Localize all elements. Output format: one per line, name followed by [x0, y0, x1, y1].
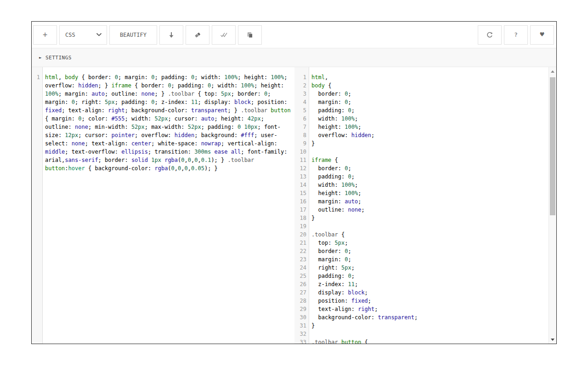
code-token: : — [371, 314, 378, 321]
code-token: hidden — [78, 82, 98, 89]
line-number: 22 — [294, 247, 309, 255]
beautify-button[interactable]: BEAUTIFY — [109, 25, 157, 45]
line-number: 18 — [294, 214, 309, 222]
code-token: none — [75, 124, 88, 130]
code-token: padding — [178, 82, 201, 89]
code-token: ; — [211, 82, 217, 89]
code-token — [311, 289, 318, 296]
line-number: 3 — [294, 90, 309, 98]
code-token: 0 — [181, 157, 184, 163]
code-token: : — [341, 281, 348, 288]
code-token: ; — [365, 289, 368, 296]
code-token: hover — [68, 165, 85, 172]
code-token: padding — [208, 124, 231, 130]
code-token: : — [345, 132, 351, 138]
code-token: 42px — [248, 115, 261, 122]
code-token: iframe — [112, 82, 131, 89]
code-token — [311, 173, 318, 180]
result-code-area[interactable]: 1html,2body {3 border: 0;4 margin: 0;5 p… — [294, 67, 548, 344]
code-token: 5px — [221, 91, 231, 97]
code-token: : — [85, 91, 91, 97]
code-token — [311, 248, 318, 254]
code-token: ; — [414, 314, 418, 321]
code-token: min-width — [95, 124, 124, 130]
download-button[interactable] — [159, 25, 183, 45]
code-token: auto — [91, 91, 105, 97]
code-token: width — [201, 74, 218, 80]
code-token: ; — [348, 99, 351, 105]
code-token: overflow — [141, 132, 168, 138]
line-number: 14 — [294, 181, 309, 189]
line-number: 33 — [294, 338, 309, 344]
code-line: 14 width: 100%; — [294, 181, 548, 189]
code-token: body — [65, 74, 78, 80]
code-token: right — [82, 99, 98, 105]
code-token: } — [311, 215, 315, 221]
down-arrow-icon — [551, 339, 554, 341]
code-token: 100% — [45, 91, 58, 97]
code-token: ; — [348, 256, 351, 263]
result-code-text: outline: none; — [309, 206, 548, 214]
heart-icon: ♥ — [540, 31, 544, 38]
code-token: : — [194, 140, 201, 147]
code-token: height — [244, 74, 264, 80]
result-editor[interactable]: 1html,2body {3 border: 0;4 margin: 0;5 p… — [294, 67, 548, 344]
code-token: : — [338, 91, 345, 97]
code-token: hidden — [351, 132, 371, 138]
help-button[interactable]: ? — [504, 25, 528, 45]
scroll-thumb[interactable] — [550, 77, 555, 215]
code-token: 300ms — [194, 149, 211, 155]
source-editor[interactable]: 1 html, body { border: 0; margin: 0; pad… — [32, 67, 294, 344]
code-token: rgba — [164, 157, 178, 163]
code-token: ; — [368, 298, 371, 304]
scroll-down-button[interactable] — [549, 336, 556, 343]
code-token: : — [168, 132, 174, 138]
code-line: 25 padding: 0; — [294, 272, 548, 280]
code-token: : — [338, 124, 345, 130]
code-token: 100% — [345, 190, 358, 196]
code-token: : — [338, 99, 345, 105]
code-token: : — [234, 82, 241, 89]
copy-button[interactable] — [238, 25, 262, 45]
code-token: ( — [168, 165, 171, 172]
line-number: 11 — [294, 156, 309, 164]
result-code-text: right: 5px; — [309, 264, 548, 272]
refresh-button[interactable] — [478, 25, 502, 45]
validate-button[interactable] — [212, 25, 236, 45]
code-token: z-index — [318, 281, 341, 288]
result-code-text: iframe { — [309, 156, 548, 164]
scroll-up-button[interactable] — [549, 68, 556, 75]
code-token: ellipsis — [121, 149, 148, 155]
code-token: margin — [318, 198, 338, 205]
settings-bar[interactable]: ► SETTINGS — [32, 48, 556, 67]
code-token — [311, 240, 318, 246]
code-token: 0 — [171, 165, 175, 172]
add-button[interactable]: + — [33, 25, 57, 45]
code-token: 0 10px — [237, 124, 257, 130]
favorite-button[interactable]: ♥ — [530, 25, 554, 45]
code-token: auto — [201, 115, 215, 122]
code-token — [311, 124, 318, 130]
source-code-area[interactable]: 1 html, body { border: 0; margin: 0; pad… — [32, 67, 294, 344]
toolbar: + CSS BEAUTIFY — [32, 22, 556, 48]
erase-button[interactable] — [186, 25, 209, 45]
code-token: 0 — [115, 74, 118, 80]
code-token: text-align — [91, 140, 124, 147]
settings-label: SETTINGS — [45, 55, 72, 61]
chevron-down-icon — [96, 33, 102, 36]
code-line: 28 position: fixed; — [294, 297, 548, 305]
code-token — [338, 339, 341, 344]
code-line: 32 — [294, 330, 548, 338]
language-select[interactable]: CSS — [59, 25, 107, 45]
code-token: : — [185, 74, 191, 80]
code-token: ; — [231, 91, 237, 97]
code-token: none — [348, 207, 361, 213]
code-token: 0 — [345, 99, 348, 105]
code-token: border — [105, 157, 124, 163]
code-token: : — [102, 107, 108, 114]
code-token: 52px — [154, 115, 168, 122]
code-token: width — [318, 182, 334, 188]
code-token: background-color — [131, 107, 185, 114]
beautifier-app: + CSS BEAUTIFY — [31, 21, 557, 344]
code-token: ; — [345, 240, 348, 246]
